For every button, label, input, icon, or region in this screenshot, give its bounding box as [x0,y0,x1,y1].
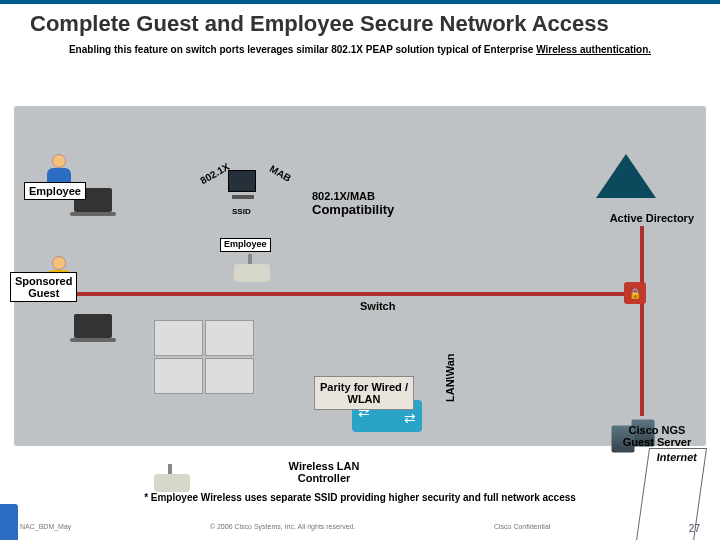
wireless-ap-icon-2 [154,474,190,492]
footer: NAC_BDM_May © 2006 Cisco Systems, Inc. A… [20,523,700,534]
footer-confidential: Cisco Confidential [494,523,550,534]
dot1x-label: 802.1X [198,161,231,186]
desktop-pc-icon [228,170,256,192]
lock-icon: 🔒 [624,282,646,304]
ngs-label: Cisco NGS Guest Server [612,424,702,448]
network-bus-horizontal [64,292,644,296]
screens-cluster-icon [154,320,254,394]
page-title: Complete Guest and Employee Secure Netwo… [0,4,720,40]
wlc-label: Wireless LAN Controller [264,460,384,484]
footer-copyright: © 2006 Cisco Systems, Inc. All rights re… [210,523,356,534]
sponsored-guest-label: Sponsored Guest [10,272,77,302]
active-directory-label: Active Directory [610,212,694,224]
switch-label: Switch [360,300,395,312]
compat-title: 802.1X/MAB Compatibility [312,190,394,217]
page-number: 27 [689,523,700,534]
active-directory-icon [596,154,656,198]
employee-label: Employee [24,182,86,200]
subtitle: Enabling this feature on switch ports le… [0,40,720,57]
compat-top: 802.1X/MAB [312,190,394,202]
footer-left: NAC_BDM_May [20,523,71,534]
parity-label: Parity for Wired / WLAN [314,376,414,410]
lanwan-label: LAN\Wan [444,354,456,402]
footnote: * Employee Wireless uses separate SSID p… [0,492,720,503]
compat-bottom: Compatibility [312,202,394,217]
ssid-label: SSID [232,207,251,216]
handshake-icon: X✓ 🤝 [0,504,18,540]
subtitle-text: Enabling this feature on switch ports le… [69,44,536,55]
wireless-ap-icon [234,264,270,282]
subtitle-underline: Wireless authentication. [536,44,651,55]
guest-laptop-icon [74,314,112,338]
employee-label-2: Employee [220,238,271,252]
mab-label: MAB [268,163,293,184]
network-bus-vertical [640,226,644,416]
